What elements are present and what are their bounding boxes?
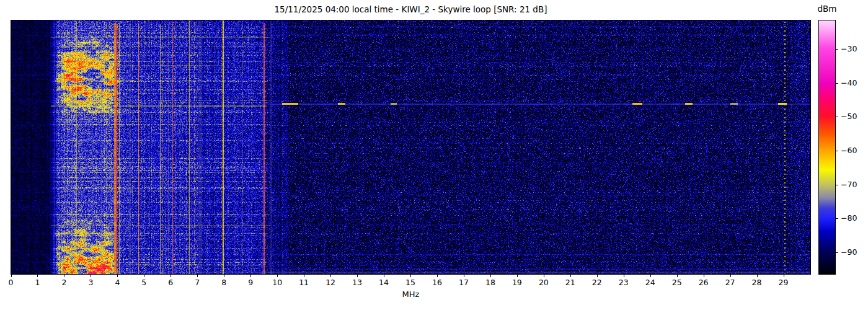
x-axis-tick-label: 24 [642, 278, 658, 287]
x-axis-tick [384, 275, 384, 277]
x-axis-tick [464, 275, 464, 277]
x-axis-tick-label: 6 [162, 278, 179, 287]
x-axis-tick [64, 275, 64, 277]
colorbar-tick-label: −70 [841, 180, 866, 189]
x-axis-tick-label: 8 [216, 278, 232, 287]
colorbar-tick [835, 83, 838, 84]
colorbar-tick-label: −90 [841, 248, 866, 257]
x-axis-tick-label: 20 [536, 278, 552, 287]
x-axis-tick-label: 5 [136, 278, 152, 287]
x-axis-tick [677, 275, 678, 277]
x-axis-tick-label: 2 [56, 278, 72, 287]
x-axis-tick [117, 275, 118, 277]
x-axis-label: MHz [11, 290, 811, 299]
colorbar-gradient [819, 20, 835, 274]
x-axis-tick-label: 22 [589, 278, 605, 287]
x-axis-tick-label: 15 [402, 278, 418, 287]
x-axis-tick-label: 23 [616, 278, 632, 287]
x-axis-tick [277, 275, 278, 277]
chart-title: 15/11/2025 04:00 local time - KIWI_2 - S… [11, 4, 811, 14]
colorbar-tick [835, 151, 838, 151]
x-axis-tick-label: 26 [696, 278, 712, 287]
x-axis-tick [330, 275, 331, 277]
x-axis-tick [490, 275, 491, 277]
colorbar-tick [835, 49, 838, 50]
x-axis-tick [730, 275, 731, 277]
x-axis-tick-label: 14 [376, 278, 392, 287]
x-axis-tick [650, 275, 651, 277]
x-axis-tick-label: 21 [562, 278, 578, 287]
x-axis-tick-label: 10 [269, 278, 285, 287]
x-axis-tick-label: 3 [82, 278, 99, 287]
x-axis-tick [170, 275, 171, 277]
x-axis-tick-label: 7 [189, 278, 205, 287]
waterfall-canvas [11, 20, 810, 274]
x-axis-tick-label: 12 [322, 278, 339, 287]
x-axis-tick [570, 275, 571, 277]
x-axis-tick-label: 13 [349, 278, 365, 287]
x-axis-tick-label: 19 [509, 278, 525, 287]
colorbar-tick-label: −80 [841, 214, 866, 223]
x-axis-tick [757, 275, 758, 277]
x-axis-tick-label: 25 [669, 278, 685, 287]
x-axis-tick-label: 16 [429, 278, 445, 287]
x-axis-tick-label: 1 [29, 278, 45, 287]
colorbar-tick [835, 218, 838, 219]
x-axis-tick [704, 275, 704, 277]
x-axis-tick [37, 275, 38, 277]
x-axis-tick [250, 275, 251, 277]
x-axis-tick-label: 0 [3, 278, 19, 287]
x-axis-tick [91, 275, 91, 277]
colorbar-tick-label: −30 [841, 45, 866, 53]
x-axis-tick [784, 275, 784, 277]
x-axis-tick [144, 275, 144, 277]
x-axis-tick-label: 29 [776, 278, 792, 287]
x-axis-tick [437, 275, 438, 277]
x-axis-tick [544, 275, 544, 277]
x-axis-tick [517, 275, 518, 277]
x-axis-tick-label: 28 [749, 278, 765, 287]
x-axis-tick [197, 275, 198, 277]
waterfall-plot-area [11, 20, 811, 275]
colorbar [818, 20, 836, 275]
x-axis-tick [597, 275, 598, 277]
colorbar-tick-label: −40 [841, 79, 866, 87]
x-axis-tick-label: 9 [242, 278, 259, 287]
x-axis-tick-label: 11 [296, 278, 312, 287]
x-axis-tick [11, 275, 12, 277]
colorbar-unit-label: dBm [813, 4, 841, 14]
x-axis-tick [224, 275, 224, 277]
x-axis-tick-label: 18 [482, 278, 498, 287]
x-axis-tick [357, 275, 358, 277]
spectrogram-figure: 15/11/2025 04:00 local time - KIWI_2 - S… [0, 0, 868, 310]
x-axis-tick-label: 17 [456, 278, 472, 287]
colorbar-tick [835, 117, 838, 117]
x-axis-tick [624, 275, 624, 277]
x-axis-tick [410, 275, 411, 277]
x-axis-tick [304, 275, 304, 277]
colorbar-tick [835, 185, 838, 185]
colorbar-tick-label: −60 [841, 146, 866, 155]
x-axis-tick-label: 27 [722, 278, 738, 287]
colorbar-tick [835, 252, 838, 253]
x-axis-tick-label: 4 [109, 278, 125, 287]
colorbar-tick-label: −50 [841, 112, 866, 121]
